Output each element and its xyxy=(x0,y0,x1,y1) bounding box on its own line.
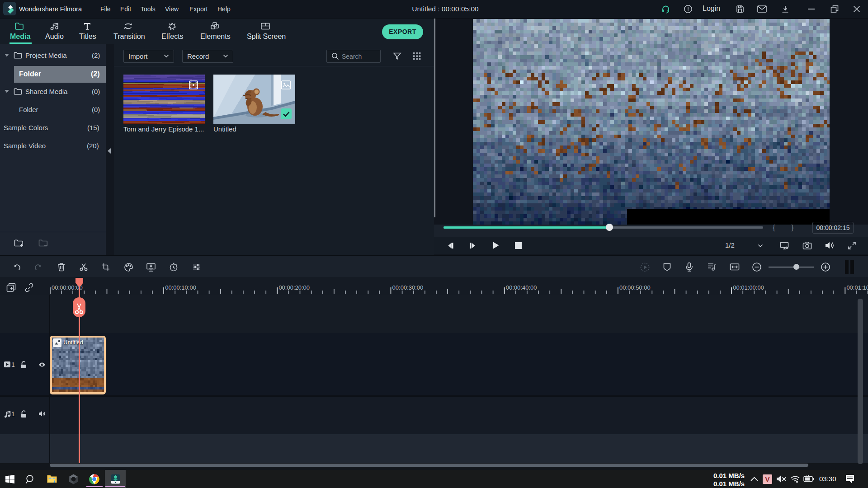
svg-text:00:00:40:00: 00:00:40:00 xyxy=(506,284,537,291)
svg-text:00:00:50:00: 00:00:50:00 xyxy=(619,284,651,291)
svg-text:00:01:10:0: 00:01:10:0 xyxy=(846,284,868,291)
svg-text:00:00:30:00: 00:00:30:00 xyxy=(392,284,424,291)
svg-text:00:00:10:00: 00:00:10:00 xyxy=(165,284,196,291)
svg-text:00:00:20:00: 00:00:20:00 xyxy=(278,284,310,291)
svg-text:00:01:00:00: 00:01:00:00 xyxy=(733,284,764,291)
